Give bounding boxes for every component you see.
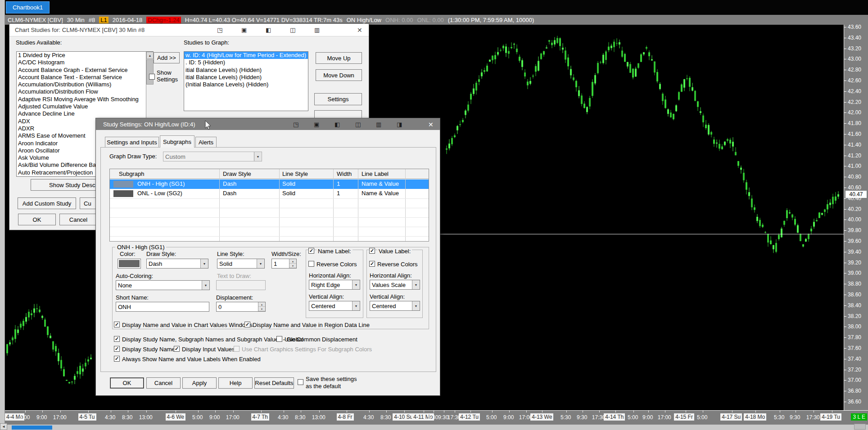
study-list-item[interactable]: 1 Divided by Price: [17, 52, 153, 59]
close-icon[interactable]: ✕: [357, 27, 362, 34]
time-tick: [25, 411, 26, 412]
value-vertical-align-select[interactable]: Centered▼: [370, 301, 420, 311]
tile-grid-icon[interactable]: ▥: [376, 121, 381, 128]
help-button[interactable]: Help: [218, 377, 253, 389]
study-list-item[interactable]: Accumulation/Distribution (Williams): [17, 81, 153, 88]
display-study-name-checkbox[interactable]: ✓: [114, 346, 120, 352]
value-reverse-colors-checkbox[interactable]: ✓: [369, 261, 375, 267]
close-icon[interactable]: ✕: [428, 121, 434, 128]
col-line-label: Line Label: [362, 170, 389, 177]
draw-style-label: Draw Style:: [146, 251, 176, 257]
value-horizontal-align-select[interactable]: Values Scale▼: [370, 280, 420, 290]
study-list-item[interactable]: Adjusted Cumulative Value: [17, 103, 153, 110]
draw-style-select[interactable]: Dash▼: [146, 259, 208, 269]
add-study-button[interactable]: Add >>: [154, 52, 180, 63]
move-up-button[interactable]: Move Up: [316, 52, 362, 64]
tile-left-icon[interactable]: ◧: [335, 121, 340, 128]
use-common-displacement-checkbox[interactable]: [276, 336, 282, 342]
text-to-draw-field[interactable]: [216, 280, 266, 290]
price-scale[interactable]: 43.6043.4043.2043.0042.8042.6042.4042.20…: [844, 25, 868, 410]
graph-study-item[interactable]: . ID: 5 (Hidden): [184, 59, 308, 66]
dock-icon[interactable]: ▣: [241, 27, 247, 33]
ok-button[interactable]: OK: [110, 377, 144, 389]
date-label: 2016-04-18: [113, 17, 143, 23]
display-in-region-data-checkbox[interactable]: ✓: [244, 322, 250, 327]
value-label-checkbox[interactable]: ✓: [369, 248, 375, 254]
apply-button[interactable]: Apply: [182, 377, 217, 389]
live-edge-badge[interactable]: 3 L E: [851, 413, 867, 421]
time-axis-label: 8:30: [122, 414, 132, 421]
name-horizontal-align-label: Horizontal Align:: [309, 272, 351, 279]
line-style-select[interactable]: Solid▼: [217, 259, 265, 269]
scroll-up-icon[interactable]: ▲: [146, 52, 154, 59]
tab-alerts[interactable]: Alerts: [195, 137, 217, 148]
tab-settings-and-inputs[interactable]: Settings and Inputs: [105, 137, 159, 148]
short-name-field[interactable]: ONH: [116, 302, 209, 312]
display-global-checkbox[interactable]: ✓: [114, 336, 120, 342]
detach-icon[interactable]: ◳: [217, 27, 222, 33]
always-show-labels-checkbox[interactable]: ✓: [114, 356, 120, 362]
scroll-left-button[interactable]: ◄: [0, 423, 7, 430]
subgraph-row[interactable]: ONL - Low (SG2)DashSolid1Name & Value: [110, 189, 429, 198]
studies-to-graph-listbox[interactable]: w. ID: 4 (High/Low for Time Period - Ext…: [184, 51, 308, 111]
time-tick: [732, 411, 732, 412]
graph-study-item[interactable]: itial Balance Levels) (Hidden): [184, 74, 308, 81]
tab-group-icon[interactable]: ◫: [290, 27, 295, 33]
display-in-chart-values-checkbox[interactable]: ✓: [114, 322, 120, 327]
study-list-item[interactable]: Adaptive RSI Moving Average With Smoothi…: [17, 96, 153, 103]
study-list-item[interactable]: Account Balance Graph - External Service: [17, 67, 153, 74]
scrollbar-thumb[interactable]: [146, 59, 154, 85]
show-settings-checkbox[interactable]: [149, 74, 155, 80]
subgraph-row[interactable]: ONH - High (SG1)DashSolid1Name & Value: [110, 179, 429, 189]
use-chart-graphics-checkbox[interactable]: [234, 346, 240, 352]
horizontal-scrollbar[interactable]: [0, 425, 868, 430]
study-list-item[interactable]: AC/DC Histogram: [17, 59, 153, 66]
dock-icon[interactable]: ▣: [314, 121, 319, 128]
auto-coloring-select[interactable]: None▼: [116, 280, 210, 290]
color-swatch-button[interactable]: [118, 259, 141, 269]
reset-defaults-button[interactable]: Reset Defaults: [254, 377, 294, 389]
displacement-stepper[interactable]: 0 ▲▼: [216, 302, 266, 312]
name-label-checkbox[interactable]: ✓: [308, 248, 314, 254]
chevron-down-icon: ▼: [352, 280, 360, 289]
symbol-label: CLM6-NYMEX [CBV]: [8, 17, 63, 23]
studies-cancel-button[interactable]: Cancel: [59, 214, 97, 225]
graph-study-item[interactable]: (Initial Balance Levels) (Hidden): [184, 81, 308, 88]
price-tick: [844, 359, 846, 359]
save-as-default-checkbox[interactable]: [298, 379, 303, 385]
move-down-button[interactable]: Move Down: [316, 69, 362, 81]
study-list-item[interactable]: Advance Decline Line: [17, 110, 153, 117]
horizontal-scrollbar-thumb[interactable]: [12, 426, 52, 430]
study-list-item[interactable]: Account Balance Text - External Service: [17, 74, 153, 81]
graph-draw-type-select[interactable]: Custom▼: [163, 152, 262, 161]
price-tick: [844, 102, 846, 103]
time-tick: [301, 411, 301, 412]
spin-up-icon[interactable]: ▲: [258, 302, 265, 307]
study-settings-button[interactable]: Settings: [314, 93, 362, 105]
tab-subgraphs[interactable]: Subgraphs: [160, 135, 194, 148]
name-horizontal-align-select[interactable]: Right Edge▼: [309, 280, 360, 290]
tile-left-icon[interactable]: ◧: [266, 27, 271, 33]
time-axis[interactable]: 4-4 Mo5:009:0017:004-5 Tu4:308:3013:004-…: [5, 410, 868, 425]
tile-grid-icon[interactable]: ▥: [314, 27, 320, 33]
spin-up-icon[interactable]: ▲: [289, 259, 296, 264]
resize-grip[interactable]: [854, 424, 866, 430]
spin-down-icon[interactable]: ▼: [289, 264, 296, 268]
width-size-stepper[interactable]: 1 ▲▼: [271, 259, 297, 269]
tile-right-icon[interactable]: ◨: [397, 121, 402, 128]
add-custom-study-button[interactable]: Add Custom Study: [18, 197, 76, 209]
cancel-button[interactable]: Cancel: [146, 377, 181, 389]
detach-icon[interactable]: ◳: [293, 121, 298, 128]
graph-study-item[interactable]: w. ID: 4 (High/Low for Time Period - Ext…: [184, 52, 308, 59]
name-reverse-colors-checkbox[interactable]: [308, 261, 314, 267]
study-list-item[interactable]: Accumulation/Distribution Flow: [17, 88, 153, 95]
study-settings-titlebar[interactable]: Study Settings: ON High/Low (ID:4): [96, 118, 440, 130]
subgraph-table[interactable]: Subgraph Draw Style Line Style Width Lin…: [109, 169, 429, 242]
spin-down-icon[interactable]: ▼: [258, 307, 265, 311]
chartbook-tab[interactable]: Chartbook1: [6, 1, 50, 13]
display-input-values-checkbox[interactable]: ✓: [174, 346, 180, 352]
name-vertical-align-select[interactable]: Centered▼: [309, 301, 360, 311]
graph-study-item[interactable]: itial Balance Levels) (Hidden): [184, 67, 308, 74]
tab-group-icon[interactable]: ◫: [355, 121, 361, 128]
studies-ok-button[interactable]: OK: [18, 214, 56, 225]
